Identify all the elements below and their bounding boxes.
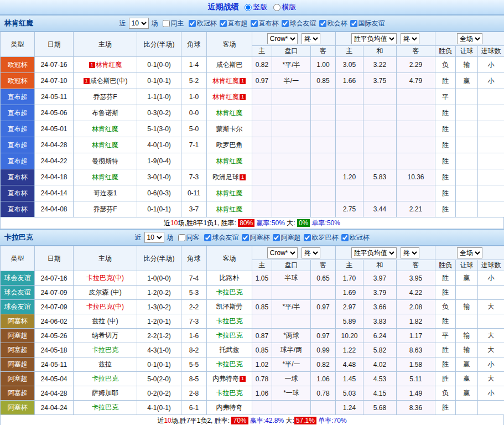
team-link[interactable]: 纳希切万 [92,331,118,339]
vertical-layout-radio[interactable] [245,4,252,11]
league-filter[interactable]: 阿塞杯 [239,233,270,242]
league-filter[interactable]: 球会友谊 [201,233,239,242]
result: 负 [435,57,456,73]
team-link[interactable]: 乔瑟芬F [93,205,117,213]
league-filter[interactable]: 直布杯 [248,19,279,28]
avg-odds-select[interactable]: 胜平负均值 [351,33,397,44]
team-link[interactable]: 哥连泰1 [93,189,117,197]
vertical-layout-label[interactable]: 竖版 [253,2,268,12]
asian-home-odds [252,137,272,153]
scope-select[interactable]: 全场 [457,247,482,258]
same-venue-checkbox[interactable] [178,234,185,241]
col-euro-away: 客 [397,260,435,271]
team-link[interactable]: 卡拉巴克 [92,346,118,354]
team-link[interactable]: 咸仑斯巴 [216,61,243,69]
league-checkbox[interactable] [189,20,196,27]
score: 4-3(1-0) [137,343,181,357]
euro-home-odds: 1.70 [336,271,363,286]
team-link[interactable]: 卡拉巴克 [216,389,243,397]
team-link[interactable]: 卡拉巴克 [216,331,243,339]
league-filter[interactable]: 阿塞超 [270,233,301,242]
league-filter[interactable]: 国际友谊 [347,19,385,28]
avg-odds-select[interactable]: 胜平负均值 [351,247,397,258]
match-count-select[interactable]: 10 [129,18,149,29]
league-filter[interactable]: 直布超 [217,19,248,28]
team-link[interactable]: 卡拉巴克 [216,317,243,325]
league-checkbox[interactable] [319,20,326,27]
league-checkbox[interactable] [242,234,249,241]
league-filter[interactable]: 欧冠杯 [339,233,370,242]
odds-company-select[interactable]: Crow* [267,247,298,258]
team-link[interactable]: 曼彻斯特 [92,157,118,165]
col-handicap: 让球 [456,46,478,57]
league-filter[interactable]: 欧罗巴杯 [301,233,339,242]
team-link[interactable]: 卡拉巴克 [92,403,118,411]
result: 胜 [435,372,456,386]
league-checkbox[interactable] [282,20,289,27]
league-checkbox[interactable] [304,234,311,241]
league-checkbox[interactable] [220,20,227,27]
team-link[interactable]: 卡拉巴克(中) [86,303,124,310]
scope-select[interactable]: 全场 [457,33,482,44]
score: 1-9(0-4) [137,153,181,169]
same-venue-checkbox[interactable] [163,20,170,27]
match-date: 24-07-16 [35,271,74,286]
goals-result [478,153,504,169]
team-link[interactable]: 比路朴 [220,274,240,282]
team-link[interactable]: 林肯红魔 [92,173,118,181]
horizontal-layout-label[interactable]: 横版 [282,2,297,12]
odds-company-select[interactable]: Crow* [267,33,298,44]
team-link[interactable]: 咸仑斯巴(中) [90,77,128,85]
team-link[interactable]: 皮尔森 (中) [89,288,121,296]
team-link[interactable]: 林肯红魔 [212,93,239,101]
team-link[interactable]: 托武兹 [220,346,240,354]
home-team: 皮尔森 (中) [74,286,137,300]
team-link[interactable]: 凯泽斯劳 [216,303,243,310]
league-filter[interactable]: 欧会杯 [316,19,347,28]
summary-part: 近 [157,416,164,425]
team-link[interactable]: 林肯红魔 [96,61,122,69]
match-count-select[interactable]: 10 [144,232,164,243]
horizontal-layout-radio[interactable] [273,4,280,11]
team-link[interactable]: 林肯红魔 [92,141,118,149]
goals-result [478,169,504,185]
team-link[interactable]: 兹拉 (中) [92,317,118,325]
league-checkbox[interactable] [251,20,258,27]
team-link[interactable]: 林肯红魔 [212,77,239,85]
team-link[interactable]: 欧洲足球 [212,173,239,181]
team-link[interactable]: 内弗特奇 [216,403,243,411]
team-section-header-2: 卡拉巴克 近 10 场 同客 球会友谊阿塞杯阿塞超欧罗巴杯欧冠杯 [0,229,504,246]
league-checkbox[interactable] [341,234,349,241]
corners: 1-0 [181,89,207,105]
team-link[interactable]: 林肯红魔 [216,189,243,197]
same-venue-filter[interactable]: 同主 [160,19,184,28]
league-checkbox[interactable] [350,20,357,27]
league-filter[interactable]: 欧冠杯 [186,19,217,28]
team-link[interactable]: 布鲁诺斯 [92,109,118,117]
league-filter[interactable]: 球会友谊 [279,19,316,28]
avg-final-select[interactable]: 终 [401,33,419,44]
odds-final-select[interactable]: 终 [302,247,320,258]
goals-result [478,286,504,300]
league-checkbox[interactable] [273,234,280,241]
team-link[interactable]: 蒙斯卡尔 [216,125,243,133]
league-checkbox[interactable] [204,234,211,241]
team-link[interactable]: 兹拉 [98,360,112,368]
same-venue-filter[interactable]: 同客 [175,233,200,242]
team-link[interactable]: 内弗特奇 [212,375,239,382]
team-link[interactable]: 乔瑟芬F [93,93,117,101]
team-link[interactable]: 卡拉巴克 [216,360,243,368]
team-link[interactable]: 卡拉巴克 [92,375,118,382]
team-link[interactable]: 林肯红魔 [216,157,243,165]
team-link[interactable]: 萨姆加耶 [92,389,118,397]
team-link[interactable]: 卡拉巴克(中) [86,274,124,282]
team-link[interactable]: 林肯红魔 [216,205,243,213]
odds-final-select[interactable]: 终 [302,33,320,44]
corners: 8-5 [181,372,207,386]
team-link[interactable]: 卡拉巴克 [216,288,243,296]
avg-final-select[interactable]: 终 [401,247,419,258]
team-link[interactable]: 林肯红魔 [216,109,243,117]
asian-handicap [272,153,311,169]
team-link[interactable]: 欧罗巴角 [216,141,243,149]
team-link[interactable]: 林肯红魔 [92,125,118,133]
